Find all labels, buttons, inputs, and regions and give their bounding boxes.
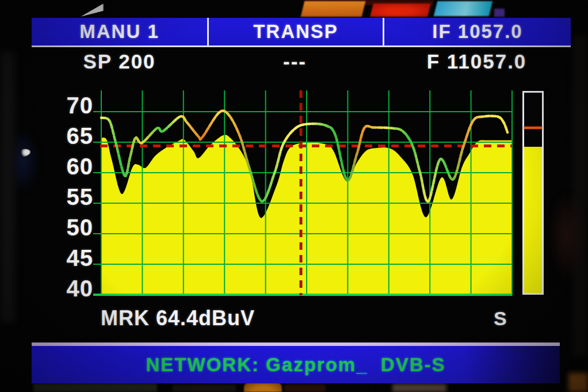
signal-mode-indicator: S	[494, 307, 507, 330]
y-axis-label: 70	[48, 94, 93, 117]
photo-artifact-white-triangle	[81, 3, 104, 17]
transponder-mode-label: TRANSP	[207, 18, 383, 45]
photo-artifact-right-smudge	[549, 190, 584, 282]
span-value: SP 200	[32, 50, 207, 74]
signal-level-bar	[522, 91, 544, 295]
photo-artifact-bottom-blob	[284, 385, 326, 392]
network-status-bar: NETWORK: Gazprom_ DVB-S	[32, 342, 560, 383]
y-axis-label: 45	[48, 246, 93, 269]
photo-artifact-orange-block	[301, 1, 366, 17]
y-axis-label: 50	[48, 216, 93, 239]
network-name-text: NETWORK: Gazprom_ DVB-S	[146, 354, 445, 376]
y-axis-label: 40	[48, 277, 93, 300]
photo-artifact-cyan-block	[434, 1, 492, 16]
photo-artifact-bottom-blob	[173, 385, 236, 392]
top-status-bar: MANU 1 TRANSP IF 1057.0	[32, 18, 571, 47]
photo-artifact-bottom-blob	[392, 384, 446, 392]
peak-hold-marker	[524, 127, 542, 129]
y-axis-label: 65	[48, 124, 93, 147]
spectrum-plot	[101, 90, 512, 296]
marker-level-readout: MRK 64.4dBuV	[101, 306, 255, 330]
if-frequency-label: IF 1057.0	[383, 18, 571, 45]
photo-artifact-red-block	[370, 3, 431, 17]
signal-level-fill	[524, 147, 542, 293]
tuned-frequency-value: F 11057.0	[383, 50, 571, 74]
info-row: SP 200 --- F 11057.0	[32, 50, 571, 74]
y-axis-label: 55	[48, 185, 93, 208]
transponder-value: ---	[207, 50, 383, 74]
y-axis-labels: 70656055504540	[48, 90, 93, 296]
photo-artifact-bottom-blob	[244, 383, 282, 392]
meter-screen: MANU 1 TRANSP IF 1057.0 SP 200 --- F 110…	[0, 0, 588, 392]
measure-mode-label: MANU 1	[32, 18, 207, 45]
photo-artifact-left-shadow	[0, 52, 15, 322]
photo-artifact-bottom-blob	[33, 383, 157, 392]
y-axis-label: 60	[48, 155, 93, 178]
photo-artifact-bottom-blob	[568, 373, 588, 392]
photo-artifact-purple-sliver	[494, 9, 505, 17]
